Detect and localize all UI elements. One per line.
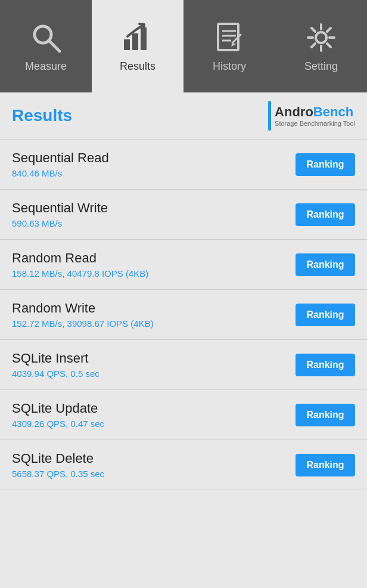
result-name-random-read: Random Read [12,250,148,266]
results-list: Sequential Read 840.46 MB/s Ranking Sequ… [0,140,367,490]
result-row-sequential-write: Sequential Write 590.63 MB/s Ranking [0,190,367,240]
result-row-sequential-read: Sequential Read 840.46 MB/s Ranking [0,140,367,190]
result-row-sqlite-insert: SQLite Insert 4039.94 QPS, 0.5 sec Ranki… [0,340,367,390]
result-value-sqlite-update: 4309.26 QPS, 0.47 sec [12,419,104,429]
logo-area: AndroBench Storage Benchmarking Tool [268,101,355,131]
results-icon [120,20,155,55]
result-row-sqlite-update: SQLite Update 4309.26 QPS, 0.47 sec Rank… [0,390,367,440]
svg-point-11 [316,32,326,43]
logo-subtitle: Storage Benchmarking Tool [275,120,355,127]
svg-line-16 [312,28,315,32]
setting-icon [303,20,339,55]
svg-line-17 [327,44,331,47]
measure-label: Measure [25,60,67,73]
nav-item-history[interactable]: History [184,0,275,92]
result-name-sequential-read: Sequential Read [12,150,109,166]
result-value-random-read: 158.12 MB/s, 40479.8 IOPS (4KB) [12,268,148,278]
ranking-button-sequential-write[interactable]: Ranking [296,203,355,226]
result-info-sequential-write: Sequential Write 590.63 MB/s [12,200,108,228]
result-name-sqlite-update: SQLite Update [12,401,104,416]
svg-line-19 [312,44,315,47]
result-value-sequential-write: 590.63 MB/s [12,218,108,228]
result-info-sqlite-delete: SQLite Delete 5658.37 QPS, 0.35 sec [12,451,104,479]
results-label: Results [120,60,155,73]
logo-bar-decoration [268,101,271,131]
result-name-sqlite-delete: SQLite Delete [12,451,104,466]
result-name-sqlite-insert: SQLite Insert [12,351,99,366]
svg-line-18 [327,28,331,32]
svg-rect-2 [124,39,130,50]
result-row-random-read: Random Read 158.12 MB/s, 40479.8 IOPS (4… [0,240,367,290]
result-name-sequential-write: Sequential Write [12,200,108,216]
result-row-sqlite-delete: SQLite Delete 5658.37 QPS, 0.35 sec Rank… [0,440,367,490]
measure-icon [28,20,64,55]
result-value-random-write: 152.72 MB/s, 39098.67 IOPS (4KB) [12,318,154,329]
nav-item-measure[interactable]: Measure [0,0,92,92]
logo-brand: AndroBench [275,104,355,120]
result-value-sqlite-insert: 4039.94 QPS, 0.5 sec [12,369,99,379]
history-label: History [213,60,246,73]
result-value-sqlite-delete: 5658.37 QPS, 0.35 sec [12,469,104,479]
ranking-button-random-write[interactable]: Ranking [296,304,355,326]
page-title: Results [12,106,72,125]
result-info-random-read: Random Read 158.12 MB/s, 40479.8 IOPS (4… [12,250,148,278]
page-header: Results AndroBench Storage Benchmarking … [0,92,367,140]
svg-line-1 [49,41,60,51]
result-info-sqlite-update: SQLite Update 4309.26 QPS, 0.47 sec [12,401,104,429]
setting-label: Setting [304,60,338,73]
result-info-random-write: Random Write 152.72 MB/s, 39098.67 IOPS … [12,301,154,329]
navigation-bar: Measure Results [0,0,367,92]
result-info-sequential-read: Sequential Read 840.46 MB/s [12,150,109,178]
nav-item-setting[interactable]: Setting [275,0,367,92]
result-row-random-write: Random Write 152.72 MB/s, 39098.67 IOPS … [0,290,367,340]
ranking-button-sqlite-update[interactable]: Ranking [296,404,355,426]
svg-rect-3 [132,33,138,50]
ranking-button-sequential-read[interactable]: Ranking [296,153,355,176]
result-info-sqlite-insert: SQLite Insert 4039.94 QPS, 0.5 sec [12,351,99,379]
ranking-button-sqlite-delete[interactable]: Ranking [296,454,355,476]
svg-rect-4 [141,27,147,50]
logo-text: AndroBench Storage Benchmarking Tool [275,104,355,127]
result-value-sequential-read: 840.46 MB/s [12,168,109,178]
ranking-button-random-read[interactable]: Ranking [296,253,355,276]
nav-item-results[interactable]: Results [92,0,184,92]
ranking-button-sqlite-insert[interactable]: Ranking [296,354,355,376]
history-icon [212,20,247,55]
svg-rect-5 [218,24,238,50]
result-name-random-write: Random Write [12,301,154,316]
